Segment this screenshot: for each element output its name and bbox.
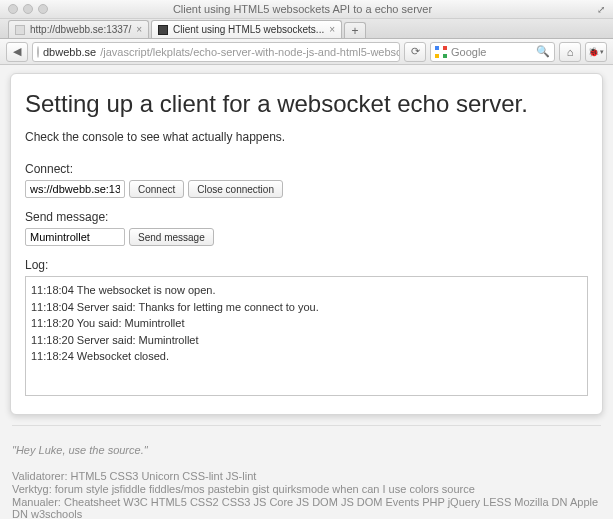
new-tab-button[interactable]: + bbox=[344, 22, 366, 38]
traffic-lights bbox=[0, 4, 48, 14]
url-path: /javascript/lekplats/echo-server-with-no… bbox=[100, 46, 400, 58]
reload-icon: ⟳ bbox=[411, 45, 420, 58]
firebug-icon: 🐞 bbox=[588, 47, 599, 57]
window-title: Client using HTML5 websockets API to a e… bbox=[48, 3, 597, 15]
page-heading: Setting up a client for a websocket echo… bbox=[25, 90, 588, 118]
favicon-icon bbox=[158, 25, 168, 35]
search-placeholder: Google bbox=[451, 46, 486, 58]
search-bar[interactable]: Google 🔍 bbox=[430, 42, 555, 62]
tab-label: Client using HTML5 websockets... bbox=[173, 24, 324, 35]
close-connection-button[interactable]: Close connection bbox=[188, 180, 283, 198]
toolbox-button[interactable]: 🐞▾ bbox=[585, 42, 607, 62]
connect-row: Connect Close connection bbox=[25, 180, 588, 198]
log-output[interactable]: 11:18:04 The websocket is now open. 11:1… bbox=[25, 276, 588, 396]
toolbar: ◀ dbwebb.se/javascript/lekplats/echo-ser… bbox=[0, 39, 613, 65]
tab-0[interactable]: http://dbwebb.se:1337/ × bbox=[8, 20, 149, 38]
footer-tools: Verktyg: forum style jsfiddle fiddles/mo… bbox=[12, 483, 601, 495]
connect-url-input[interactable] bbox=[25, 180, 125, 198]
back-button[interactable]: ◀ bbox=[6, 42, 28, 62]
tab-label: http://dbwebb.se:1337/ bbox=[30, 24, 131, 35]
send-message-button[interactable]: Send message bbox=[129, 228, 214, 246]
globe-icon bbox=[37, 46, 39, 58]
url-host: dbwebb.se bbox=[43, 46, 96, 58]
message-input[interactable] bbox=[25, 228, 125, 246]
footer-validators: Validatorer: HTML5 CSS3 Unicorn CSS-lint… bbox=[12, 470, 601, 482]
tab-strip: http://dbwebb.se:1337/ × Client using HT… bbox=[0, 19, 613, 39]
send-label: Send message: bbox=[25, 210, 588, 224]
page-viewport[interactable]: Setting up a client for a websocket echo… bbox=[0, 65, 613, 519]
close-window-button[interactable] bbox=[8, 4, 18, 14]
page-footer: "Hey Luke, use the source." Validatorer:… bbox=[0, 426, 613, 519]
chevron-left-icon: ◀ bbox=[13, 45, 21, 58]
favicon-icon bbox=[15, 25, 25, 35]
home-button[interactable]: ⌂ bbox=[559, 42, 581, 62]
log-label: Log: bbox=[25, 258, 588, 272]
tab-1[interactable]: Client using HTML5 websockets... × bbox=[151, 20, 342, 38]
fullscreen-icon[interactable]: ⤢ bbox=[597, 4, 613, 15]
minimize-window-button[interactable] bbox=[23, 4, 33, 14]
close-icon[interactable]: × bbox=[136, 24, 142, 35]
zoom-window-button[interactable] bbox=[38, 4, 48, 14]
connect-label: Connect: bbox=[25, 162, 588, 176]
titlebar: Client using HTML5 websockets API to a e… bbox=[0, 0, 613, 19]
footer-quote: "Hey Luke, use the source." bbox=[12, 444, 601, 456]
browser-window: Client using HTML5 websockets API to a e… bbox=[0, 0, 613, 519]
search-icon[interactable]: 🔍 bbox=[536, 45, 550, 58]
connect-button[interactable]: Connect bbox=[129, 180, 184, 198]
home-icon: ⌂ bbox=[567, 46, 574, 58]
chevron-down-icon: ▾ bbox=[600, 48, 604, 56]
send-row: Send message bbox=[25, 228, 588, 246]
url-bar[interactable]: dbwebb.se/javascript/lekplats/echo-serve… bbox=[32, 42, 400, 62]
footer-manuals: Manualer: Cheatsheet W3C HTML5 CSS2 CSS3… bbox=[12, 496, 601, 519]
content-panel: Setting up a client for a websocket echo… bbox=[10, 73, 603, 415]
close-icon[interactable]: × bbox=[329, 24, 335, 35]
reload-button[interactable]: ⟳ bbox=[404, 42, 426, 62]
google-icon bbox=[435, 46, 447, 58]
page-subtitle: Check the console to see what actually h… bbox=[25, 130, 588, 144]
